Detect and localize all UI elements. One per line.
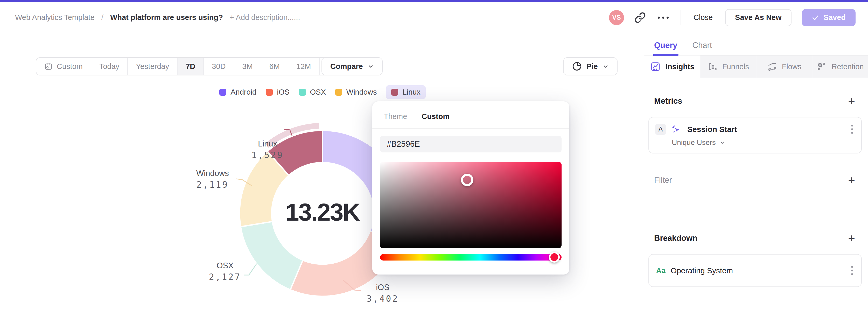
analysis-type-tabs: Insights Funnels Flows [644,55,868,78]
filter-title: Filter [654,175,672,185]
callout-osx-value: 2,127 [194,272,256,282]
more-options-button[interactable] [656,17,670,19]
close-button[interactable]: Close [691,13,715,22]
callout-ios: iOS 3,402 [351,283,414,304]
tab-retention[interactable]: Retention [812,56,868,78]
metric-card[interactable]: A Session Start Unique Users [648,117,862,154]
tab-query[interactable]: Query [654,41,677,55]
tab-custom[interactable]: Custom [422,112,450,121]
legend-label-ios: iOS [277,88,289,96]
share-link-button[interactable] [634,12,646,23]
legend-item-ios[interactable]: iOS [266,85,289,99]
donut-total-value: 13.23K [285,198,359,226]
callout-windows-label: Windows [182,169,244,178]
add-metric-button[interactable]: + [848,95,855,107]
gradient-handle[interactable] [461,174,473,186]
chevron-down-icon [719,140,725,146]
check-icon [812,14,819,21]
tab-theme[interactable]: Theme [384,112,407,121]
range-today[interactable]: Today [91,58,128,75]
breakdown-card[interactable]: Aa Operating System [648,254,862,287]
tab-flows[interactable]: Flows [756,56,812,78]
legend-label-linux: Linux [402,88,420,96]
avatar[interactable]: VS [609,10,624,25]
metric-kebab-menu[interactable] [849,123,855,135]
string-property-icon: Aa [656,266,665,275]
filter-section-header: Filter + [644,174,868,186]
query-sidebar: Query Chart Insights Funnels [644,33,868,323]
chevron-down-icon [368,63,374,69]
color-picker-tabs: Theme Custom [380,110,562,121]
hue-slider[interactable] [380,254,562,261]
legend-swatch-windows [335,89,342,96]
event-sparkle-icon [671,124,682,135]
tab-insights[interactable]: Insights [644,56,700,78]
compare-label: Compare [330,62,363,71]
breadcrumb-separator: / [101,13,103,22]
legend-label-android: Android [230,88,256,96]
insights-icon [650,61,661,72]
top-bar: Web Analytics Template / What platform a… [0,0,868,33]
pie-chart-icon [572,61,582,71]
legend-swatch-linux [391,89,398,96]
breadcrumb: Web Analytics Template / What platform a… [15,13,300,22]
callout-ios-label: iOS [351,283,414,292]
tab-chart[interactable]: Chart [692,41,712,55]
range-12m[interactable]: 12M [288,58,319,75]
popup-divider [372,128,569,129]
link-icon [634,12,646,23]
topbar-actions: VS Close Save As New Saved [609,9,856,26]
range-custom[interactable]: Custom [36,58,91,75]
range-6m[interactable]: 6M [261,58,288,75]
range-7d[interactable]: 7D [178,58,204,75]
tab-flows-label: Flows [782,62,802,71]
color-picker-popup: Theme Custom #B2596E [372,101,569,274]
add-filter-button[interactable]: + [848,174,855,186]
tab-retention-label: Retention [832,62,864,71]
range-custom-label: Custom [57,62,83,71]
chevron-down-icon [602,63,609,69]
saved-button[interactable]: Saved [802,9,856,26]
tab-insights-label: Insights [665,62,694,71]
range-yesterday[interactable]: Yesterday [128,58,178,75]
breakdown-kebab-menu[interactable] [849,264,855,277]
legend-swatch-osx [299,89,306,96]
legend-label-windows: Windows [346,88,377,96]
metrics-section-header: Metrics + [644,95,868,107]
callout-linux: Linux 1,529 [237,139,299,160]
hue-slider-handle[interactable] [549,252,560,263]
legend-swatch-ios [266,89,273,96]
add-breakdown-button[interactable]: + [848,232,855,244]
funnels-icon [707,61,718,72]
range-30d[interactable]: 30D [204,58,234,75]
breakdown-title: Breakdown [654,233,698,243]
callout-osx: OSX 2,127 [194,261,256,282]
chart-canvas: Custom Today Yesterday 7D 30D 3M 6M 12M … [0,33,644,323]
callout-linux-value: 1,529 [237,150,299,160]
save-as-new-button[interactable]: Save As New [725,9,791,26]
legend-item-osx[interactable]: OSX [299,85,326,99]
breakdown-property-name: Operating System [671,266,733,275]
metric-aggregation-dropdown[interactable]: Unique Users [672,138,855,147]
legend-item-windows[interactable]: Windows [335,85,377,99]
legend-swatch-android [219,89,226,96]
legend-item-linux[interactable]: Linux [386,85,426,99]
callout-windows: Windows 2,119 [182,169,244,190]
flows-icon [767,61,777,72]
page-title[interactable]: What platform are users using? [110,13,223,22]
callout-osx-label: OSX [194,261,256,270]
calendar-icon [44,62,53,70]
compare-button[interactable]: Compare [321,57,383,75]
range-3m[interactable]: 3M [235,58,261,75]
callout-ios-value: 3,402 [351,294,414,304]
tab-funnels[interactable]: Funnels [700,56,756,78]
hex-color-input[interactable]: #B2596E [380,136,562,153]
add-description-button[interactable]: + Add description...... [230,13,300,22]
breakdown-section-header: Breakdown + [644,232,868,244]
breadcrumb-root[interactable]: Web Analytics Template [15,13,95,22]
legend-item-android[interactable]: Android [219,85,256,99]
chart-legend: Android iOS OSX Windows Linux [214,85,431,99]
sidebar-tabs: Query Chart [644,33,868,55]
chart-type-button[interactable]: Pie [563,57,618,75]
saturation-gradient-area[interactable] [380,162,562,248]
